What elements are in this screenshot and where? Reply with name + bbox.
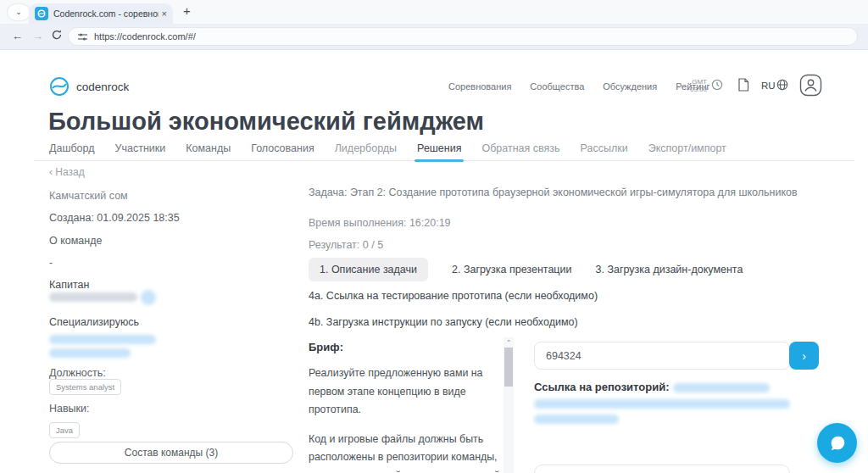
step-launch-instructions[interactable]: 4b. Загрузка инструкции по запуску (если… [309,316,578,328]
address-bar[interactable]: https://codenrock.com/#/ [68,27,858,46]
about-value: - [49,257,53,269]
step-presentation[interactable]: 2. Загрузка презентации [452,264,571,275]
repo-link-line2-redacted[interactable] [534,399,790,409]
team-name: Камчатский сом [49,190,128,202]
specialize-label: Специализируюсь [49,316,139,328]
tab-solutions[interactable]: Решения [417,142,461,162]
codenrock-favicon-icon [35,7,48,20]
repo-link-label: Ссылка на репозиторий: [534,381,670,393]
tab-mailings[interactable]: Рассылки [581,142,628,162]
brief-title: Бриф: [309,341,505,353]
solution-steps: 1. Описание задачи 2. Загрузка презентац… [309,258,743,281]
new-tab-button[interactable]: + [183,3,191,18]
language-label[interactable]: RU [761,81,776,91]
task-title: Задача: Этап 2: Создание прототипа брауз… [309,186,798,198]
globe-icon[interactable] [776,79,788,94]
nav-competitions[interactable]: Соревнования [448,81,511,92]
position-chip: Systems analyst [49,379,121,395]
tab-participants[interactable]: Участники [115,142,166,162]
back-link[interactable]: ‹ Назад [49,166,85,178]
back-chevron-icon: ‹ [49,166,53,178]
browser-toolbar: ← → https://codenrock.com/#/ [0,24,868,50]
tab-teams[interactable]: Команды [186,142,231,162]
nav-discussions[interactable]: Обсуждения [603,81,657,92]
brief-paragraph-2: Код и игровые файлы должны быть располож… [309,431,505,473]
captain-email-redacted [49,292,137,302]
captain-badge-redacted [141,290,156,305]
about-label: О команде [49,235,102,247]
position-label: Должность: [49,367,106,379]
browser-tabstrip: ⌄ Codenrock.com - соревновани × + [0,0,868,24]
tab-votings[interactable]: Голосования [251,142,314,162]
brief-paragraph-1: Реализуйте предложенную вами на первом э… [309,364,505,420]
tab-export-import[interactable]: Экспорт/импорт [648,142,726,162]
repo-link-line3-redacted[interactable] [534,415,619,424]
timezone-label: GMT +03:00 [676,78,707,93]
reload-icon[interactable] [51,29,63,43]
step-prototype-link[interactable]: 4a. Ссылка на тестирование прототипа (ес… [309,290,598,302]
site-settings-icon[interactable] [77,31,88,42]
skills-label: Навыки: [49,403,90,415]
scroll-up-icon[interactable]: ⌃ [504,337,514,348]
url-text: https://codenrock.com/#/ [94,31,196,42]
tab-close-icon[interactable]: × [162,8,167,19]
clock-icon[interactable] [711,79,723,94]
forward-button[interactable]: → [32,30,43,42]
upload-box-partial[interactable] [534,465,790,473]
team-created: Создана: 01.09.2025 18:35 [49,212,180,224]
result-score: Результат: 0 / 5 [309,239,383,251]
captain-label: Капитан [49,279,89,291]
tab-leaderboards[interactable]: Лидерборды [335,142,397,162]
codenrock-logo-icon[interactable] [49,76,70,100]
tab-feedback[interactable]: Обратная связь [481,142,559,162]
section-tabs: Дашборд Участники Команды Голосования Ли… [49,142,726,162]
nav-communities[interactable]: Сообщества [530,81,584,92]
step-design-doc[interactable]: 3. Загрузка дизайн-документа [595,264,743,275]
tab-dashboard[interactable]: Дашборд [49,142,95,162]
document-icon[interactable] [737,78,749,95]
submit-chevron-icon: › [802,349,806,363]
skills-chip: Java [49,422,80,438]
page-title: Большой экономический геймджем [48,108,484,136]
execution-time: Время выполнения: 16:20:19 [309,217,451,229]
tab-search-chevron-icon[interactable]: ⌄ [8,4,30,20]
tab-title: Codenrock.com - соревновани [53,8,159,19]
brand-name[interactable]: codenrock [76,81,129,93]
team-members-button[interactable]: Состав команды (3) [49,442,293,464]
account-avatar-icon[interactable] [799,74,822,100]
repo-link-line1-redacted[interactable] [673,383,770,392]
scrollbar-thumb[interactable] [504,348,513,387]
chat-bubble-icon [828,434,847,453]
back-button[interactable]: ← [12,30,23,42]
brief-section: Бриф: Реализуйте предложенную вами на пе… [309,341,505,473]
code-input[interactable] [534,342,790,370]
specialize-line1-redacted [49,335,156,344]
step-description[interactable]: 1. Описание задачи [309,258,428,281]
brief-scrollbar[interactable]: ⌃ [504,337,514,473]
main-nav: Соревнования Сообщества Обсуждения Рейти… [448,81,710,92]
chat-widget-button[interactable] [817,423,857,463]
specialize-line2-redacted [49,348,131,358]
browser-tab[interactable]: Codenrock.com - соревновани × [29,3,173,24]
code-submit-button[interactable]: › [789,342,819,370]
